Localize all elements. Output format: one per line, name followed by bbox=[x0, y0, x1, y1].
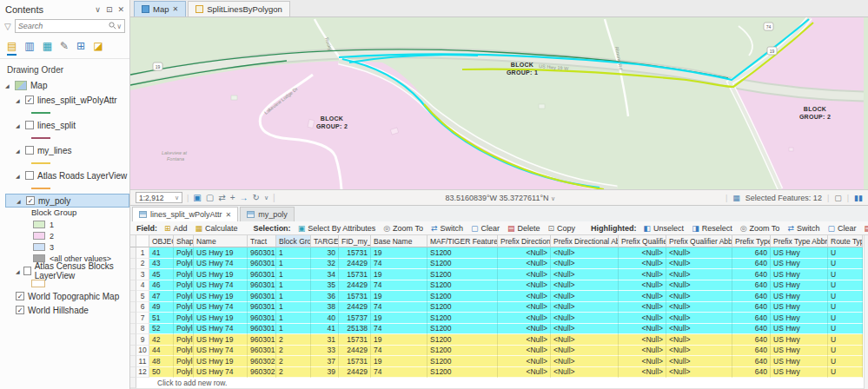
view-tab-notebook[interactable]: SplitLinesByPolygon bbox=[188, 1, 290, 16]
add-new-row[interactable]: Click to add new row. bbox=[130, 378, 864, 389]
cell[interactable]: <Null> bbox=[551, 346, 619, 357]
cell[interactable]: U bbox=[828, 269, 863, 280]
cell[interactable]: U bbox=[828, 259, 863, 270]
cell[interactable]: 39 bbox=[311, 367, 339, 379]
table-row[interactable]: 446PolylineUS Hwy 749603011352442974S120… bbox=[130, 280, 864, 292]
cell[interactable]: US Hwy 74 bbox=[194, 367, 248, 379]
cell[interactable]: 38 bbox=[311, 302, 339, 313]
row-handle[interactable] bbox=[130, 356, 136, 367]
search-input[interactable] bbox=[18, 22, 109, 30]
column-header-route-type-code[interactable]: Route Type Code bbox=[828, 235, 863, 247]
list-by-drawing-order-icon[interactable]: ▤ bbox=[7, 40, 17, 56]
cell[interactable]: 960301 bbox=[248, 302, 276, 313]
cell[interactable]: S1200 bbox=[427, 291, 498, 302]
close-panel-icon[interactable]: ✕ bbox=[117, 5, 124, 14]
cell[interactable]: S1200 bbox=[427, 269, 498, 280]
cell[interactable]: 640 bbox=[732, 280, 771, 292]
cell[interactable]: U bbox=[828, 334, 863, 346]
cell[interactable]: <Null> bbox=[666, 269, 732, 280]
cell[interactable]: U bbox=[828, 313, 863, 324]
cell[interactable]: Polyline bbox=[174, 291, 194, 302]
search-icon[interactable] bbox=[109, 22, 116, 31]
cell[interactable]: 35 bbox=[311, 280, 339, 292]
table-row[interactable]: 345PolylineUS Hwy 199603011341573119S120… bbox=[130, 269, 864, 280]
layer-visibility-checkbox[interactable]: ✓ bbox=[16, 292, 24, 300]
row-handle[interactable] bbox=[130, 313, 136, 324]
cell[interactable]: 640 bbox=[732, 269, 771, 280]
cell[interactable]: 33 bbox=[311, 346, 339, 357]
cell[interactable]: US Hwy 74 bbox=[194, 302, 248, 313]
cell[interactable]: 42 bbox=[149, 334, 174, 346]
table-tab-my-poly[interactable]: my_poly bbox=[240, 207, 295, 221]
refresh-chevron-icon[interactable]: ∨ bbox=[264, 194, 268, 201]
legend-swatch[interactable] bbox=[33, 221, 45, 228]
table-row[interactable]: 1044PolylineUS Hwy 749603012332442974S12… bbox=[130, 346, 864, 357]
table-row[interactable]: 547PolylineUS Hwy 199603011361573119S120… bbox=[130, 291, 864, 302]
cell[interactable]: U bbox=[828, 356, 863, 367]
column-header-prefix-directional-code[interactable]: Prefix Directional Code bbox=[498, 235, 551, 247]
cell[interactable]: 1 bbox=[276, 324, 311, 335]
table-row[interactable]: 243PolylineUS Hwy 749603011322442974S120… bbox=[130, 259, 864, 270]
layer-item-world-hillshade[interactable]: ✓World Hillshade bbox=[5, 303, 129, 317]
cell[interactable]: 640 bbox=[732, 247, 771, 259]
cell[interactable]: 15731 bbox=[339, 334, 371, 346]
scale-selector[interactable]: 1:2,912 ∨ bbox=[136, 192, 182, 203]
layer-visibility-checkbox[interactable]: ✓ bbox=[26, 196, 35, 205]
cell[interactable]: 19 bbox=[371, 334, 427, 346]
cell[interactable]: <Null> bbox=[619, 269, 666, 280]
cell[interactable]: Polyline bbox=[174, 269, 194, 280]
table-row[interactable]: 141PolylineUS Hwy 199603011301573119S120… bbox=[130, 247, 864, 259]
field-calculate-button[interactable]: ▦Calculate bbox=[193, 224, 241, 233]
table-row[interactable]: 942PolylineUS Hwy 199603012311573119S120… bbox=[130, 334, 864, 346]
cell[interactable]: US Hwy bbox=[771, 291, 828, 302]
column-header-maf-tiger-feature-class-code[interactable]: MAF/TIGER Feature Class Code bbox=[427, 235, 498, 247]
cell[interactable]: 640 bbox=[732, 302, 771, 313]
layer-visibility-checkbox[interactable] bbox=[25, 146, 34, 155]
cell[interactable]: 19 bbox=[371, 269, 427, 280]
layer-visibility-checkbox[interactable] bbox=[23, 267, 30, 275]
expander-icon[interactable]: ◢ bbox=[16, 173, 22, 179]
cell[interactable]: <Null> bbox=[666, 302, 732, 313]
cell[interactable]: US Hwy 74 bbox=[194, 280, 248, 292]
cell[interactable]: <Null> bbox=[551, 291, 619, 302]
cell[interactable]: 24429 bbox=[339, 259, 371, 270]
cell[interactable]: <Null> bbox=[498, 346, 551, 357]
highlighted-unselect-button[interactable]: ◧Unselect bbox=[641, 224, 687, 233]
cell[interactable]: US Hwy 19 bbox=[194, 356, 248, 367]
cell[interactable]: 74 bbox=[371, 259, 427, 270]
cell[interactable]: 74 bbox=[371, 302, 427, 313]
column-header-fid-my-lines[interactable]: FID_my_lines bbox=[339, 235, 371, 247]
filter-icon[interactable]: ▽ bbox=[4, 22, 11, 31]
cell[interactable]: Polyline bbox=[174, 247, 194, 259]
cell[interactable]: <Null> bbox=[551, 269, 619, 280]
cell[interactable]: <Null> bbox=[619, 302, 666, 313]
cell[interactable]: 24429 bbox=[339, 302, 371, 313]
cell[interactable]: <Null> bbox=[619, 291, 666, 302]
row-handle[interactable] bbox=[130, 346, 136, 357]
cell[interactable]: 640 bbox=[732, 291, 771, 302]
cell[interactable]: <Null> bbox=[666, 291, 732, 302]
cell[interactable]: 960301 bbox=[248, 247, 276, 259]
cell[interactable]: 31 bbox=[311, 334, 339, 346]
cell[interactable]: 74 bbox=[371, 367, 427, 379]
line-symbol-swatch[interactable] bbox=[31, 188, 50, 189]
cell[interactable]: <Null> bbox=[498, 259, 551, 270]
row-number[interactable]: 5 bbox=[136, 291, 149, 302]
snapping-toggle-icon[interactable]: ▢ bbox=[834, 194, 842, 202]
row-number[interactable]: 9 bbox=[136, 334, 149, 346]
cell[interactable]: 15731 bbox=[339, 356, 371, 367]
cell[interactable]: 1 bbox=[276, 247, 311, 259]
cell[interactable]: S1200 bbox=[427, 356, 498, 367]
previous-extent-icon[interactable]: ⇄ bbox=[218, 193, 225, 202]
cell[interactable]: 1 bbox=[276, 302, 311, 313]
line-symbol-swatch[interactable] bbox=[31, 137, 50, 139]
cell[interactable]: US Hwy bbox=[771, 334, 828, 346]
cell[interactable]: <Null> bbox=[666, 259, 732, 270]
row-number[interactable]: 12 bbox=[136, 367, 149, 379]
selection-delete-button[interactable]: ▤Delete bbox=[505, 224, 543, 233]
layer-item-lines-split-wpolyattr[interactable]: ◢✓lines_split_wPolyAttr bbox=[5, 93, 129, 107]
panel-menu-icon[interactable]: ∨ bbox=[95, 5, 101, 14]
cell[interactable]: <Null> bbox=[619, 247, 666, 259]
cell[interactable]: <Null> bbox=[551, 367, 619, 379]
coordinates-readout[interactable]: 83.5160839°W 35.3727611°N ∨ bbox=[280, 194, 721, 202]
